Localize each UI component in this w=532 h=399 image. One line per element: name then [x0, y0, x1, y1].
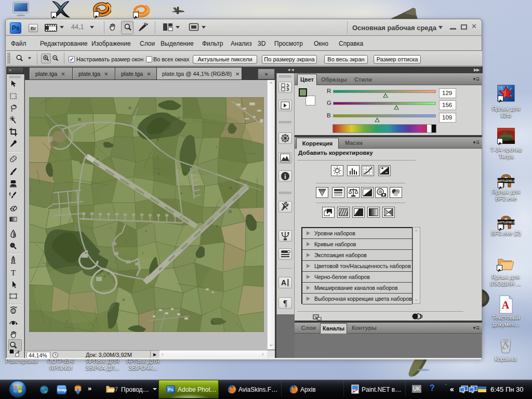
svg-text:A: A	[281, 278, 286, 287]
svg-text:A: A	[502, 299, 510, 311]
svg-text:T: T	[11, 269, 16, 277]
svg-text:¶: ¶	[283, 299, 287, 308]
